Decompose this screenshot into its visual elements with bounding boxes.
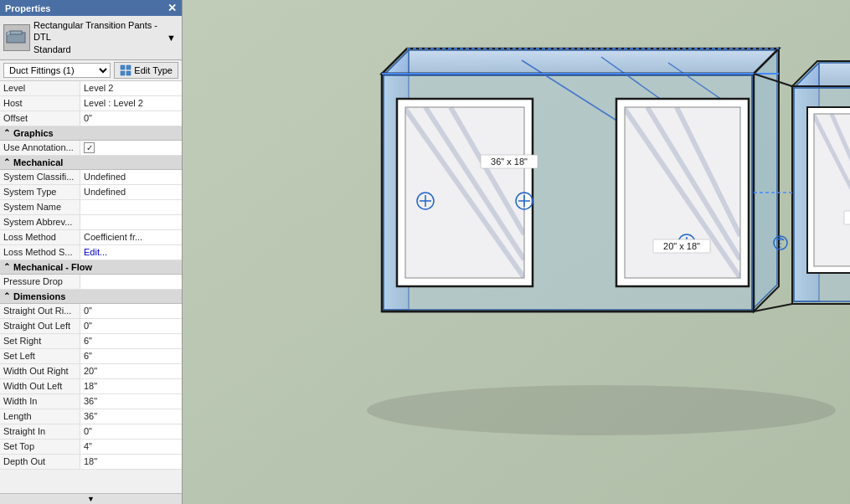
- prop-row-pressure-drop: Pressure Drop: [0, 275, 182, 290]
- svg-text:20" x 18": 20" x 18": [663, 241, 700, 251]
- prop-row-set-left: Set Left 6": [0, 349, 182, 364]
- prop-row-offset: Offset 0": [0, 111, 182, 126]
- prop-value-sys-abbrev: [80, 215, 182, 229]
- svg-rect-4: [126, 65, 131, 69]
- prop-label-sys-type: System Type: [0, 185, 80, 199]
- duct-fittings-dropdown[interactable]: Duct Fittings (1): [3, 63, 111, 78]
- section-dimensions: ⌃ Dimensions: [0, 290, 182, 304]
- properties-scroll[interactable]: Level Level 2 Host Level : Level 2 Offse…: [0, 81, 182, 493]
- prop-row-width-out-left: Width Out Left 18": [0, 379, 182, 394]
- prop-label-sys-abbrev: System Abbrev...: [0, 215, 80, 229]
- prop-value-level: Level 2: [80, 81, 182, 95]
- prop-label-straight-out-right: Straight Out Ri...: [0, 304, 80, 318]
- component-info: Rectangular Transition Pants - DTL Stand…: [33, 19, 163, 56]
- prop-value-straight-out-left[interactable]: 0": [80, 319, 182, 333]
- prop-value-length[interactable]: 36": [80, 409, 182, 424]
- prop-row-sys-type: System Type Undefined: [0, 185, 182, 200]
- svg-marker-9: [384, 50, 777, 75]
- prop-row-sys-abbrev: System Abbrev...: [0, 215, 182, 230]
- prop-row-loss-method: Loss Method Coefficient fr...: [0, 230, 182, 245]
- edit-type-icon: [120, 64, 131, 76]
- mechanical-flow-label: Mechanical - Flow: [13, 262, 92, 272]
- panel-header: Properties ✕: [0, 0, 182, 16]
- prop-label-straight-in: Straight In: [0, 424, 80, 439]
- graphics-label: Graphics: [13, 128, 54, 138]
- prop-value-annotation: ✓: [80, 141, 182, 155]
- prop-value-width-out-right[interactable]: 20": [80, 364, 182, 378]
- prop-row-level: Level Level 2: [0, 81, 182, 96]
- prop-value-sys-class: Undefined: [80, 170, 182, 184]
- component-name: Rectangular Transition Pants - DTL: [33, 19, 163, 44]
- edit-type-label: Edit Type: [134, 65, 173, 75]
- prop-row-depth-out: Depth Out 18": [0, 455, 182, 470]
- close-button[interactable]: ✕: [167, 3, 177, 13]
- prop-label-straight-out-left: Straight Out Left: [0, 319, 80, 333]
- prop-value-sys-type: Undefined: [80, 185, 182, 199]
- prop-label-set-left: Set Left: [0, 349, 80, 363]
- prop-label-set-right: Set Right: [0, 334, 80, 348]
- prop-label-sys-name: System Name: [0, 200, 80, 214]
- svg-rect-3: [121, 65, 125, 69]
- graphics-collapse-icon[interactable]: ⌃: [3, 128, 10, 137]
- svg-marker-12: [752, 50, 777, 310]
- component-dropdown[interactable]: ▼: [167, 33, 178, 43]
- main-viewport[interactable]: 36" x 18" 20" x 18" 18" x 18": [183, 0, 850, 504]
- prop-row-sys-class: System Classifi... Undefined: [0, 170, 182, 185]
- svg-point-8: [367, 385, 836, 435]
- prop-label-level: Level: [0, 81, 80, 95]
- edit-type-button[interactable]: Edit Type: [114, 62, 178, 79]
- svg-rect-37: [814, 114, 850, 266]
- prop-value-straight-out-right[interactable]: 0": [80, 304, 182, 318]
- mechanical-label: Mechanical: [13, 157, 63, 167]
- prop-value-width-in[interactable]: 36": [80, 394, 182, 409]
- prop-value-width-out-left[interactable]: 18": [80, 379, 182, 393]
- prop-row-set-top: Set Top 4": [0, 440, 182, 455]
- prop-value-set-right[interactable]: 6": [80, 334, 182, 348]
- prop-label-host: Host: [0, 96, 80, 111]
- mech-flow-collapse-icon[interactable]: ⌃: [3, 262, 10, 271]
- prop-value-pressure-drop: [80, 275, 182, 289]
- prop-row-straight-out-right: Straight Out Ri... 0": [0, 304, 182, 319]
- section-mechanical-flow: ⌃ Mechanical - Flow: [0, 260, 182, 275]
- prop-row-sys-name: System Name: [0, 200, 182, 215]
- svg-rect-5: [121, 71, 125, 75]
- prop-label-loss-method-s: Loss Method S...: [0, 245, 80, 260]
- prop-label-set-top: Set Top: [0, 440, 80, 454]
- mechanical-collapse-icon[interactable]: ⌃: [3, 157, 10, 167]
- prop-value-sys-name: [80, 200, 182, 214]
- dimensions-label: Dimensions: [13, 291, 65, 301]
- prop-label-width-in: Width In: [0, 394, 80, 409]
- component-icon: [3, 24, 30, 51]
- prop-value-straight-in[interactable]: 0": [80, 424, 182, 439]
- dimensions-collapse-icon[interactable]: ⌃: [3, 291, 10, 301]
- prop-value-set-top[interactable]: 4": [80, 440, 182, 454]
- prop-row-straight-in: Straight In 0": [0, 424, 182, 440]
- panel-scroll-down[interactable]: ▼: [0, 493, 182, 504]
- svg-text:36" x 18": 36" x 18": [491, 157, 528, 167]
- prop-value-set-left[interactable]: 6": [80, 349, 182, 363]
- component-type: Standard: [33, 44, 163, 56]
- prop-row-length: Length 36": [0, 409, 182, 424]
- annotation-checkbox[interactable]: ✓: [84, 142, 95, 153]
- section-mechanical: ⌃ Mechanical: [0, 156, 182, 170]
- section-graphics: ⌃ Graphics: [0, 126, 182, 141]
- prop-value-offset[interactable]: 0": [80, 111, 182, 126]
- prop-label-depth-out: Depth Out: [0, 455, 80, 469]
- prop-value-depth-out[interactable]: 18": [80, 455, 182, 469]
- duct-3d-view: 36" x 18" 20" x 18" 18" x 18": [183, 0, 850, 504]
- prop-label-offset: Offset: [0, 111, 80, 126]
- toolbar-row: Duct Fittings (1) Edit Type: [0, 60, 182, 81]
- component-selector: Rectangular Transition Pants - DTL Stand…: [0, 16, 182, 60]
- prop-row-width-out-right: Width Out Right 20": [0, 364, 182, 379]
- prop-row-loss-method-s: Loss Method S... Edit...: [0, 245, 182, 260]
- svg-rect-68: [844, 211, 850, 224]
- prop-row-host: Host Level : Level 2: [0, 96, 182, 111]
- properties-panel: Properties ✕ Rectangular Transition Pant…: [0, 0, 183, 504]
- prop-value-loss-method-s[interactable]: Edit...: [80, 245, 182, 260]
- prop-label-width-out-left: Width Out Left: [0, 379, 80, 393]
- svg-rect-1: [10, 31, 22, 34]
- prop-value-loss-method: Coefficient fr...: [80, 230, 182, 244]
- svg-rect-6: [126, 71, 131, 75]
- prop-label-sys-class: System Classifi...: [0, 170, 80, 184]
- prop-label-width-out-right: Width Out Right: [0, 364, 80, 378]
